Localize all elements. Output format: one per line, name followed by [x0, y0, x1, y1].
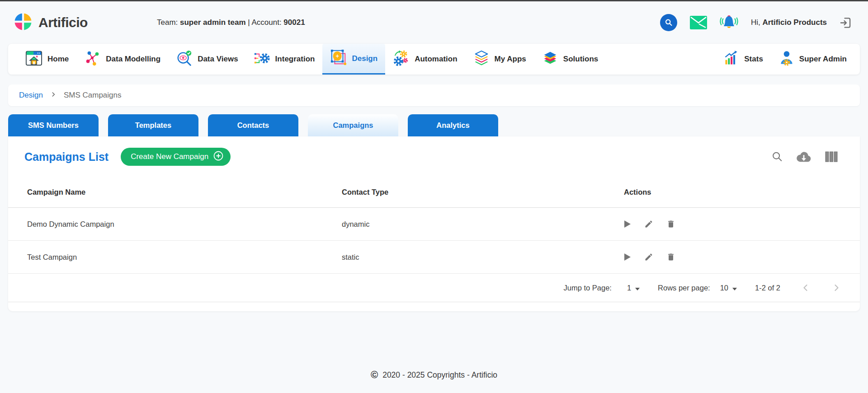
super-admin-icon	[778, 50, 795, 69]
stats-icon	[723, 50, 740, 69]
campaigns-toolbar: Campaigns List Create New Campaign	[8, 136, 860, 177]
nav-item-automation[interactable]: Automation	[385, 44, 465, 75]
nav-item-design[interactable]: Design	[322, 44, 385, 75]
delete-icon[interactable]	[666, 220, 675, 229]
home-icon	[25, 50, 43, 69]
contact-type-cell: static	[342, 253, 624, 262]
design-icon	[330, 49, 347, 68]
jump-to-page-label: Jump to Page:	[564, 284, 612, 292]
contact-type-cell: dynamic	[342, 220, 624, 229]
nav-item-solutions[interactable]: Solutions	[534, 44, 606, 75]
breadcrumb-current: SMS Campaigns	[64, 91, 122, 100]
logout-icon[interactable]	[840, 17, 852, 29]
page-title: Campaigns List	[24, 150, 108, 164]
nav-item-label: Data Modelling	[106, 55, 160, 64]
footer: © 2020 - 2025 Copyrights - Artificio	[0, 370, 868, 380]
tab-campaigns[interactable]: Campaigns	[308, 114, 398, 136]
edit-icon[interactable]	[644, 220, 653, 229]
data-modelling-icon	[84, 50, 101, 69]
create-new-campaign-button[interactable]: Create New Campaign	[121, 148, 231, 166]
nav-item-label: Data Views	[198, 55, 238, 64]
pagination-range: 1-2 of 2	[755, 284, 780, 292]
nav-item-label: Design	[352, 54, 377, 63]
tab-analytics[interactable]: Analytics	[408, 114, 498, 136]
tabs-row: SMS Numbers Templates Contacts Campaigns…	[8, 114, 860, 136]
column-header-actions: Actions	[624, 188, 860, 196]
solutions-icon	[542, 50, 559, 69]
campaigns-panel: Campaigns List Create New Campaign	[8, 136, 860, 311]
nav-item-label: Stats	[744, 55, 763, 64]
play-icon[interactable]	[624, 253, 631, 261]
rows-per-page-label: Rows per page:	[658, 284, 710, 292]
tab-sms-numbers[interactable]: SMS Numbers	[8, 114, 99, 136]
nav-item-super-admin[interactable]: Super Admin	[771, 44, 854, 75]
nav-item-stats[interactable]: Stats	[716, 44, 771, 75]
columns-icon[interactable]	[825, 151, 838, 163]
delete-icon[interactable]	[666, 253, 675, 262]
nav-item-label: Integration	[275, 55, 315, 64]
nav-item-home[interactable]: Home	[17, 44, 76, 75]
table-header-row: Campaign Name Contact Type Actions	[8, 177, 860, 208]
data-views-icon	[176, 50, 193, 69]
table-row: Test Campaign static	[8, 241, 860, 274]
next-page-icon[interactable]	[831, 282, 842, 293]
nav-item-my-apps[interactable]: My Apps	[465, 44, 534, 75]
search-icon	[663, 17, 674, 28]
tab-templates[interactable]: Templates	[108, 114, 198, 136]
mail-icon[interactable]	[690, 16, 707, 29]
edit-icon[interactable]	[644, 253, 653, 262]
caret-down-icon	[635, 284, 640, 292]
brand[interactable]: Artificio	[14, 12, 157, 33]
copyright-text: 2020 - 2025 Copyrights - Artificio	[382, 370, 497, 380]
chevron-right-icon	[50, 91, 57, 100]
main-nav: Home Data Modelling	[8, 44, 860, 75]
create-button-label: Create New Campaign	[131, 152, 208, 161]
plus-icon	[213, 151, 223, 163]
rows-per-page-select[interactable]: 10	[720, 284, 737, 292]
campaign-name-cell: Test Campaign	[27, 253, 342, 262]
page-select-value: 1	[627, 284, 631, 292]
nav-item-label: Solutions	[563, 55, 598, 64]
table-row: Demo Dynamic Campaign dynamic	[8, 208, 860, 241]
download-icon[interactable]	[795, 150, 812, 163]
page-select[interactable]: 1	[627, 284, 640, 292]
nav-item-data-modelling[interactable]: Data Modelling	[76, 44, 168, 75]
previous-page-icon[interactable]	[800, 282, 811, 293]
nav-item-label: Automation	[415, 55, 457, 64]
user-greeting: Hi, Artificio Products	[751, 18, 827, 27]
rows-per-page-value: 10	[720, 284, 728, 292]
integration-icon	[254, 50, 271, 69]
nav-spacer	[606, 44, 716, 75]
notifications-bell-icon[interactable]	[720, 14, 738, 31]
nav-item-label: Home	[47, 55, 69, 64]
column-header-campaign-name: Campaign Name	[27, 188, 342, 196]
brand-name: Artificio	[38, 15, 88, 30]
nav-item-label: My Apps	[495, 55, 526, 64]
campaign-name-cell: Demo Dynamic Campaign	[27, 220, 342, 229]
breadcrumb: Design SMS Campaigns	[8, 84, 860, 106]
copyright-icon: ©	[371, 370, 378, 380]
nav-item-integration[interactable]: Integration	[246, 44, 323, 75]
campaigns-table: Campaign Name Contact Type Actions Demo …	[8, 177, 860, 302]
header-search-button[interactable]	[660, 14, 677, 31]
tab-contacts[interactable]: Contacts	[208, 114, 298, 136]
app-header: Artificio Team: super admin team | Accou…	[0, 1, 868, 44]
my-apps-icon	[473, 50, 490, 69]
artificio-logo-icon	[14, 12, 33, 33]
caret-down-icon	[732, 284, 737, 292]
play-icon[interactable]	[624, 220, 631, 228]
search-icon[interactable]	[771, 151, 783, 163]
nav-item-data-views[interactable]: Data Views	[168, 44, 245, 75]
pagination: Jump to Page: 1 Rows per page: 10 1-2 of…	[8, 274, 860, 302]
team-account-info: Team: super admin team | Account: 90021	[157, 18, 305, 27]
column-header-contact-type: Contact Type	[342, 188, 624, 196]
automation-icon	[393, 50, 410, 69]
nav-item-label: Super Admin	[799, 55, 847, 64]
breadcrumb-link-design[interactable]: Design	[19, 91, 43, 100]
